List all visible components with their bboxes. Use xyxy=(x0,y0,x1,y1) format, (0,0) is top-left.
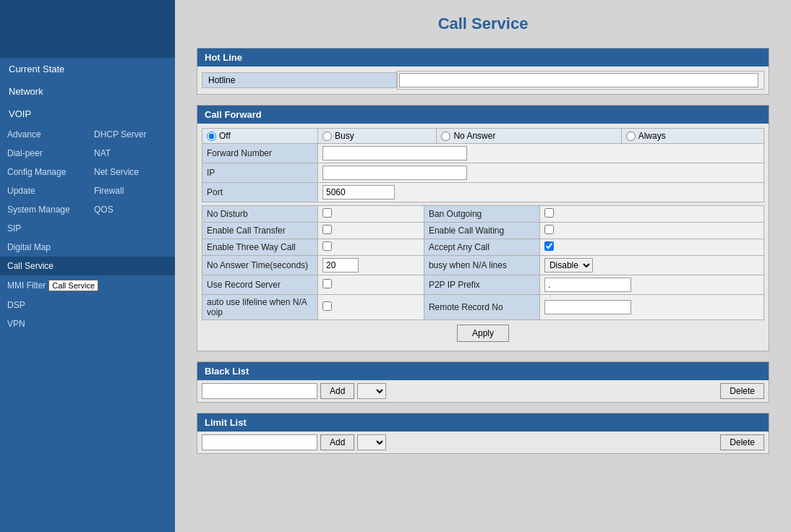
three-way-checkbox[interactable] xyxy=(322,241,332,251)
sidebar-item-current-state[interactable]: Current State xyxy=(0,58,175,80)
limit-list-select[interactable] xyxy=(357,434,386,450)
hotline-value-cell xyxy=(397,71,764,90)
radio-no-answer[interactable] xyxy=(441,132,450,141)
sidebar-item-digital-map[interactable]: Digital Map xyxy=(0,238,175,257)
call-transfer-cell xyxy=(318,223,424,239)
record-server-row: Use Record Server P2P IP Prefix xyxy=(202,275,764,295)
p2p-prefix-input[interactable] xyxy=(544,278,631,292)
forward-number-input[interactable] xyxy=(322,146,467,160)
sidebar-item-vpn[interactable]: VPN xyxy=(0,314,175,333)
record-server-cell xyxy=(318,275,424,295)
ip-row: IP xyxy=(202,163,764,183)
remote-record-label: Remote Record No xyxy=(424,295,539,320)
lifeline-row: auto use lifeline when N/A voip Remote R… xyxy=(202,295,764,320)
radio-no-answer-cell: No Answer xyxy=(437,129,621,144)
hotline-section: Hot Line Hotline xyxy=(197,48,769,95)
sidebar-item-voip[interactable]: VOIP xyxy=(0,103,175,125)
mmi-filter-badge: Call Service xyxy=(48,280,98,291)
call-waiting-checkbox[interactable] xyxy=(544,225,554,234)
hotline-row: Hotline xyxy=(202,71,764,90)
remote-record-cell xyxy=(539,295,764,320)
black-list-row: Add Delete xyxy=(197,380,769,402)
ban-outgoing-label: Ban Outgoing xyxy=(424,206,539,223)
no-disturb-label: No Disturb xyxy=(202,206,318,223)
record-server-checkbox[interactable] xyxy=(322,279,332,288)
sidebar-item-dhcp-server[interactable]: DHCP Server xyxy=(87,125,175,144)
black-list-select[interactable] xyxy=(357,383,386,399)
radio-busy-label[interactable]: Busy xyxy=(322,131,432,141)
black-list-delete-button[interactable]: Delete xyxy=(720,383,764,399)
sidebar-item-advance[interactable]: Advance xyxy=(0,125,87,144)
lifeline-checkbox[interactable] xyxy=(322,301,332,311)
radio-off-cell: Off xyxy=(202,129,318,144)
accept-any-checkbox[interactable] xyxy=(544,241,554,251)
call-transfer-label: Enable Call Transfer xyxy=(202,223,318,239)
radio-busy-cell: Busy xyxy=(318,129,437,144)
no-answer-time-row: No Answer Time(seconds) busy when N/A li… xyxy=(202,256,764,275)
radio-off[interactable] xyxy=(207,132,216,141)
forward-number-row: Forward Number xyxy=(202,144,764,163)
checkbox-table: No Disturb Ban Outgoing Enable Call Tran… xyxy=(202,205,764,320)
no-answer-time-cell xyxy=(318,256,424,275)
black-list-add-button[interactable]: Add xyxy=(320,383,354,399)
page-title: Call Service xyxy=(197,14,769,33)
sidebar-item-dsp[interactable]: DSP xyxy=(0,296,175,314)
record-server-label: Use Record Server xyxy=(202,275,318,295)
voip-sub-row: Advance Dial-peer Config Manage Update S… xyxy=(0,125,175,219)
voip-col-left: Advance Dial-peer Config Manage Update S… xyxy=(0,125,87,219)
limit-list-delete-button[interactable]: Delete xyxy=(720,434,764,450)
lifeline-label: auto use lifeline when N/A voip xyxy=(202,295,318,320)
busy-na-label: busy when N/A lines xyxy=(424,256,539,275)
sidebar-item-update[interactable]: Update xyxy=(0,181,87,200)
radio-row: Off Busy No Answer xyxy=(202,129,764,144)
sidebar-item-qos[interactable]: QOS xyxy=(87,200,175,219)
call-forward-header: Call Forward xyxy=(197,106,769,124)
no-answer-time-input[interactable] xyxy=(322,258,359,273)
three-way-label: Enable Three Way Call xyxy=(202,239,318,256)
sidebar-item-nat[interactable]: NAT xyxy=(87,144,175,163)
sidebar-item-net-service[interactable]: Net Service xyxy=(87,163,175,181)
radio-always-cell: Always xyxy=(621,129,764,144)
p2p-prefix-cell xyxy=(539,275,764,295)
limit-list-input[interactable] xyxy=(202,434,317,450)
sidebar-item-config-manage[interactable]: Config Manage xyxy=(0,163,87,181)
call-transfer-checkbox[interactable] xyxy=(322,225,332,234)
hotline-input[interactable] xyxy=(399,73,758,87)
call-waiting-label: Enable Call Waiting xyxy=(424,223,539,239)
limit-list-add-button[interactable]: Add xyxy=(320,434,354,450)
call-forward-table: Off Busy No Answer xyxy=(202,128,764,202)
no-answer-time-label: No Answer Time(seconds) xyxy=(202,256,318,275)
radio-busy[interactable] xyxy=(322,132,332,141)
sidebar: Current State Network VOIP Advance Dial-… xyxy=(0,0,175,532)
busy-na-cell: Disable Enable xyxy=(539,256,764,275)
accept-any-label: Accept Any Call xyxy=(424,239,539,256)
sidebar-item-call-service[interactable]: Call Service xyxy=(0,257,175,275)
hotline-body: Hotline xyxy=(197,66,769,94)
sidebar-item-sip[interactable]: SIP xyxy=(0,219,175,238)
no-disturb-checkbox[interactable] xyxy=(322,208,332,218)
ban-outgoing-checkbox[interactable] xyxy=(544,208,554,218)
radio-always-label[interactable]: Always xyxy=(626,131,759,141)
sidebar-item-mmi-filter[interactable]: MMI Filter Call Service xyxy=(0,275,175,296)
apply-button[interactable]: Apply xyxy=(457,325,509,342)
apply-row: Apply xyxy=(202,320,764,346)
remote-record-input[interactable] xyxy=(544,300,631,314)
black-list-section: Black List Add Delete xyxy=(197,361,769,403)
main-content: Call Service Hot Line Hotline Call Forwa… xyxy=(175,0,791,532)
ip-input[interactable] xyxy=(322,166,467,180)
p2p-prefix-label: P2P IP Prefix xyxy=(424,275,539,295)
black-list-input[interactable] xyxy=(202,383,317,399)
sidebar-item-system-manage[interactable]: System Manage xyxy=(0,200,87,219)
call-forward-section: Call Forward Off Busy xyxy=(197,105,769,351)
radio-off-label[interactable]: Off xyxy=(207,131,313,141)
lifeline-cell xyxy=(318,295,424,320)
radio-no-answer-label[interactable]: No Answer xyxy=(441,131,616,141)
hotline-header: Hot Line xyxy=(197,48,769,66)
sidebar-item-dial-peer[interactable]: Dial-peer xyxy=(0,144,87,163)
port-input[interactable] xyxy=(322,185,395,200)
sidebar-item-firewall[interactable]: Firewall xyxy=(87,181,175,200)
busy-na-select[interactable]: Disable Enable xyxy=(544,258,593,273)
sidebar-item-network[interactable]: Network xyxy=(0,80,175,103)
radio-always[interactable] xyxy=(626,132,636,141)
limit-list-section: Limit List Add Delete xyxy=(197,413,769,454)
